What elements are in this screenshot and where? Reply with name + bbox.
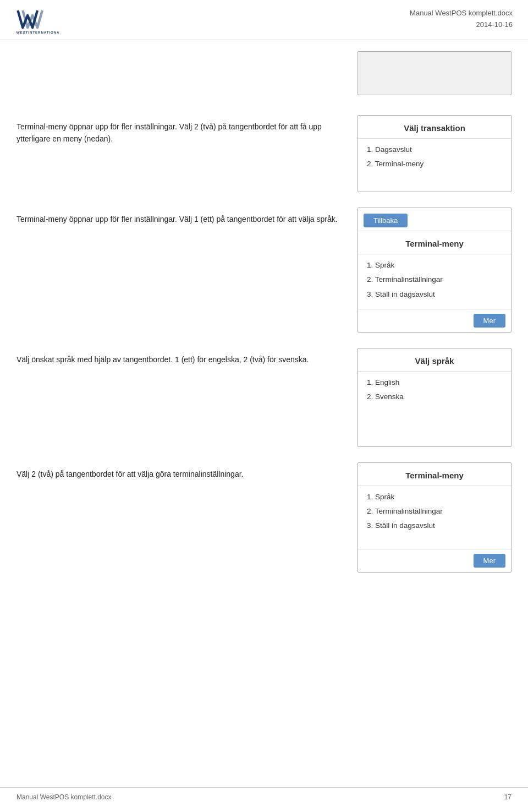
list-item: 1. Dagsavslut <box>367 144 502 155</box>
footer-page-number: 17 <box>504 793 512 801</box>
doc-title: Manual WestPOS komplett.docx <box>410 8 513 19</box>
top-image-area <box>16 51 512 105</box>
top-placeholder-box <box>358 51 512 95</box>
section2-left-text: Terminal-meny öppnar upp för fler instäl… <box>16 208 358 225</box>
section4-left-text: Välj 2 (två) på tangentbordet för att vä… <box>16 462 358 480</box>
section2-box: Tillbaka Terminal-meny 1. Språk 2. Termi… <box>358 208 512 333</box>
section4-box: Terminal-meny 1. Språk 2. Terminalinstäl… <box>358 462 512 573</box>
page-body: Terminal-meny öppnar upp för fler instäl… <box>0 40 528 599</box>
section4-box-list: 1. Språk 2. Terminalinställningar 3. Stä… <box>358 486 511 549</box>
section-row-3: Välj önskat språk med hjälp av tangentbo… <box>16 348 512 447</box>
logo-icon: WESTINTERNATIONAL <box>15 8 59 35</box>
section1-box-title: Välj transaktion <box>358 116 511 139</box>
section2-box-footer: Mer <box>358 309 511 332</box>
section1-box-list: 1. Dagsavslut 2. Terminal-meny <box>358 139 511 192</box>
page-header: WESTINTERNATIONAL Manual WestPOS komplet… <box>0 0 528 40</box>
section3-box: Välj språk 1. English 2. Svenska <box>358 348 512 447</box>
svg-text:WESTINTERNATIONAL: WESTINTERNATIONAL <box>16 30 59 34</box>
list-item: 2. Svenska <box>367 391 502 402</box>
tillbaka-button[interactable]: Tillbaka <box>364 214 408 227</box>
logo-area: WESTINTERNATIONAL <box>15 8 59 35</box>
tillbaka-area: Tillbaka <box>358 208 511 231</box>
list-item: 2. Terminalinställningar <box>367 506 502 517</box>
section4-box-footer: Mer <box>358 549 511 572</box>
mer-button-2[interactable]: Mer <box>474 554 505 568</box>
footer-left: Manual WestPOS komplett.docx <box>16 793 112 801</box>
list-item: 1. English <box>367 377 502 388</box>
mer-button-1[interactable]: Mer <box>474 314 505 328</box>
list-item: 3. Ställ in dagsavslut <box>367 289 502 300</box>
section4-box-title: Terminal-meny <box>358 463 511 486</box>
list-item: 1. Språk <box>367 492 502 503</box>
list-item: 1. Språk <box>367 260 502 271</box>
section3-left-text: Välj önskat språk med hjälp av tangentbo… <box>16 348 358 366</box>
section1-left-text: Terminal-meny öppnar upp för fler instäl… <box>16 115 358 145</box>
section-row-2: Terminal-meny öppnar upp för fler instäl… <box>16 208 512 333</box>
list-item: 3. Ställ in dagsavslut <box>367 520 502 531</box>
section2-box-title: Terminal-meny <box>358 231 511 254</box>
section3-box-title: Välj språk <box>358 348 511 372</box>
section3-box-list: 1. English 2. Svenska <box>358 372 511 429</box>
header-info: Manual WestPOS komplett.docx 2014-10-16 <box>410 8 513 31</box>
list-item: 2. Terminal-meny <box>367 159 502 170</box>
list-item: 2. Terminalinställningar <box>367 274 502 285</box>
section2-box-list: 1. Språk 2. Terminalinställningar 3. Stä… <box>358 254 511 309</box>
section1-box: Välj transaktion 1. Dagsavslut 2. Termin… <box>358 115 512 192</box>
page-footer: Manual WestPOS komplett.docx 17 <box>0 787 528 806</box>
section-row-1: Terminal-meny öppnar upp för fler instäl… <box>16 115 512 192</box>
section-row-4: Välj 2 (två) på tangentbordet för att vä… <box>16 462 512 573</box>
doc-date: 2014-10-16 <box>410 19 513 31</box>
